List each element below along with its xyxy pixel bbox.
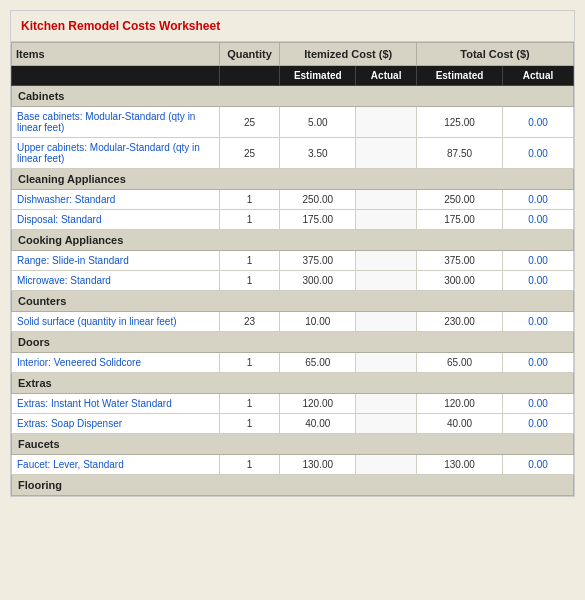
total-estimated-cell: 125.00 — [417, 107, 503, 138]
section-header-counters: Counters — [12, 291, 574, 312]
qty-cell: 1 — [219, 455, 280, 475]
total-estimated-cell: 130.00 — [417, 455, 503, 475]
total-actual-cell: 0.00 — [503, 190, 574, 210]
actual-cell — [356, 190, 417, 210]
table-row: Range: Slide-in Standard1375.00375.000.0… — [12, 251, 574, 271]
total-estimated-cell: 40.00 — [417, 414, 503, 434]
total-actual-cell: 0.00 — [503, 107, 574, 138]
table-row: Upper cabinets: Modular-Standard (qty in… — [12, 138, 574, 169]
estimated-cell: 5.00 — [280, 107, 356, 138]
total-actual-cell: 0.00 — [503, 394, 574, 414]
item-cell: Microwave: Standard — [12, 271, 220, 291]
item-cell: Interior: Veneered Solidcore — [12, 353, 220, 373]
total-actual-cell: 0.00 — [503, 251, 574, 271]
total-actual-cell: 0.00 — [503, 138, 574, 169]
item-cell: Upper cabinets: Modular-Standard (qty in… — [12, 138, 220, 169]
table-row: Microwave: Standard1300.00300.000.00 — [12, 271, 574, 291]
sub-header-actual: Actual — [356, 66, 417, 86]
total-actual-cell: 0.00 — [503, 210, 574, 230]
estimated-cell: 65.00 — [280, 353, 356, 373]
table-row: Base cabinets: Modular-Standard (qty in … — [12, 107, 574, 138]
table-row: Dishwasher: Standard1250.00250.000.00 — [12, 190, 574, 210]
item-cell: Faucet: Lever, Standard — [12, 455, 220, 475]
table-row: Disposal: Standard1175.00175.000.00 — [12, 210, 574, 230]
total-estimated-cell: 250.00 — [417, 190, 503, 210]
section-name: Cooking Appliances — [12, 230, 574, 251]
total-estimated-cell: 120.00 — [417, 394, 503, 414]
section-header-cabinets: Cabinets — [12, 86, 574, 107]
sub-header-row: Estimated Actual Estimated Actual — [12, 66, 574, 86]
estimated-cell: 375.00 — [280, 251, 356, 271]
estimated-cell: 10.00 — [280, 312, 356, 332]
section-header-cooking-appliances: Cooking Appliances — [12, 230, 574, 251]
sub-header-qty-empty — [219, 66, 280, 86]
estimated-cell: 175.00 — [280, 210, 356, 230]
qty-cell: 1 — [219, 414, 280, 434]
section-name: Cabinets — [12, 86, 574, 107]
section-name: Extras — [12, 373, 574, 394]
section-name: Doors — [12, 332, 574, 353]
qty-cell: 1 — [219, 353, 280, 373]
section-header-flooring: Flooring — [12, 475, 574, 496]
table-row: Solid surface (quantity in linear feet)2… — [12, 312, 574, 332]
worksheet-container: Kitchen Remodel Costs Worksheet Items Qu… — [10, 10, 575, 497]
title-bar: Kitchen Remodel Costs Worksheet — [11, 11, 574, 42]
total-estimated-cell: 375.00 — [417, 251, 503, 271]
main-header-row: Items Quantity Itemized Cost ($) Total C… — [12, 43, 574, 66]
actual-cell — [356, 312, 417, 332]
estimated-cell: 120.00 — [280, 394, 356, 414]
total-estimated-cell: 87.50 — [417, 138, 503, 169]
item-cell: Extras: Soap Dispenser — [12, 414, 220, 434]
total-actual-cell: 0.00 — [503, 414, 574, 434]
actual-cell — [356, 353, 417, 373]
table-row: Faucet: Lever, Standard1130.00130.000.00 — [12, 455, 574, 475]
actual-cell — [356, 251, 417, 271]
col-header-total-cost: Total Cost ($) — [417, 43, 574, 66]
total-actual-cell: 0.00 — [503, 455, 574, 475]
item-cell: Dishwasher: Standard — [12, 190, 220, 210]
estimated-cell: 250.00 — [280, 190, 356, 210]
section-header-faucets: Faucets — [12, 434, 574, 455]
item-cell: Range: Slide-in Standard — [12, 251, 220, 271]
qty-cell: 1 — [219, 271, 280, 291]
item-cell: Extras: Instant Hot Water Standard — [12, 394, 220, 414]
actual-cell — [356, 414, 417, 434]
estimated-cell: 300.00 — [280, 271, 356, 291]
table-body: CabinetsBase cabinets: Modular-Standard … — [12, 86, 574, 496]
qty-cell: 1 — [219, 190, 280, 210]
qty-cell: 1 — [219, 251, 280, 271]
qty-cell: 1 — [219, 210, 280, 230]
estimated-cell: 40.00 — [280, 414, 356, 434]
total-actual-cell: 0.00 — [503, 271, 574, 291]
sub-header-items-empty — [12, 66, 220, 86]
item-cell: Base cabinets: Modular-Standard (qty in … — [12, 107, 220, 138]
actual-cell — [356, 138, 417, 169]
col-header-items: Items — [12, 43, 220, 66]
actual-cell — [356, 394, 417, 414]
actual-cell — [356, 455, 417, 475]
total-estimated-cell: 175.00 — [417, 210, 503, 230]
qty-cell: 25 — [219, 107, 280, 138]
table-row: Extras: Soap Dispenser140.0040.000.00 — [12, 414, 574, 434]
total-actual-cell: 0.00 — [503, 353, 574, 373]
sub-header-total-actual: Actual — [503, 66, 574, 86]
section-header-cleaning-appliances: Cleaning Appliances — [12, 169, 574, 190]
total-estimated-cell: 230.00 — [417, 312, 503, 332]
qty-cell: 23 — [219, 312, 280, 332]
section-header-doors: Doors — [12, 332, 574, 353]
cost-table: Items Quantity Itemized Cost ($) Total C… — [11, 42, 574, 496]
section-name: Counters — [12, 291, 574, 312]
table-row: Interior: Veneered Solidcore165.0065.000… — [12, 353, 574, 373]
section-header-extras: Extras — [12, 373, 574, 394]
table-row: Extras: Instant Hot Water Standard1120.0… — [12, 394, 574, 414]
qty-cell: 1 — [219, 394, 280, 414]
section-name: Flooring — [12, 475, 574, 496]
actual-cell — [356, 271, 417, 291]
sub-header-total-estimated: Estimated — [417, 66, 503, 86]
total-actual-cell: 0.00 — [503, 312, 574, 332]
total-estimated-cell: 300.00 — [417, 271, 503, 291]
estimated-cell: 130.00 — [280, 455, 356, 475]
section-name: Faucets — [12, 434, 574, 455]
item-cell: Solid surface (quantity in linear feet) — [12, 312, 220, 332]
total-estimated-cell: 65.00 — [417, 353, 503, 373]
